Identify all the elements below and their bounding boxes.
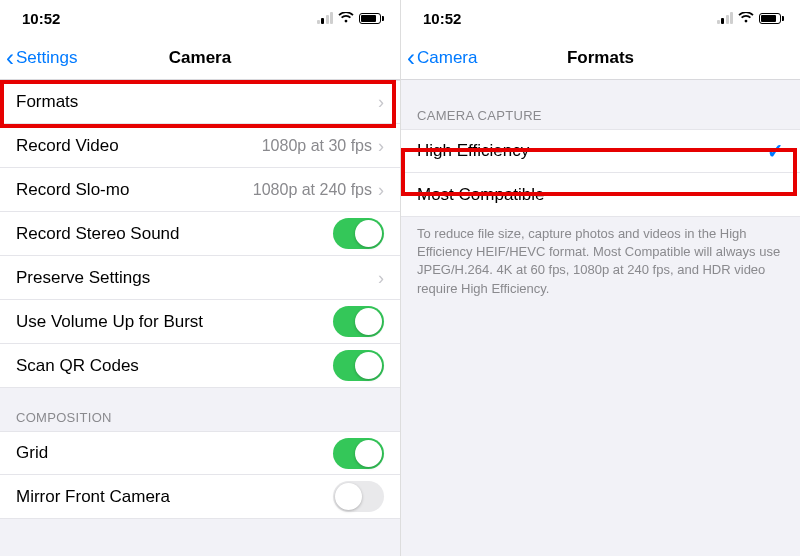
formats-screen: 10:52 ‹ Camera Formats Camera Captu bbox=[400, 0, 800, 556]
status-indicators bbox=[717, 12, 785, 24]
battery-icon bbox=[759, 13, 784, 24]
row-label: Preserve Settings bbox=[16, 268, 378, 288]
nav-bar: ‹ Settings Camera bbox=[0, 36, 400, 80]
wifi-icon bbox=[338, 12, 354, 24]
back-button[interactable]: ‹ Settings bbox=[0, 46, 77, 70]
row-label: Formats bbox=[16, 92, 378, 112]
row-label: Use Volume Up for Burst bbox=[16, 312, 333, 332]
wifi-icon bbox=[738, 12, 754, 24]
row-label: Grid bbox=[16, 443, 333, 463]
status-time: 10:52 bbox=[423, 10, 461, 27]
section-footer: To reduce file size, capture photos and … bbox=[401, 217, 800, 298]
composition-header: Composition bbox=[0, 388, 400, 431]
formats-list: Camera Capture High Efficiency ✓ Most Co… bbox=[401, 80, 800, 556]
grid-row[interactable]: Grid bbox=[0, 431, 400, 475]
stereo-sound-toggle[interactable] bbox=[333, 218, 384, 249]
volume-burst-toggle[interactable] bbox=[333, 306, 384, 337]
most-compatible-row[interactable]: Most Compatible bbox=[401, 173, 800, 217]
chevron-right-icon: › bbox=[378, 93, 384, 111]
back-button[interactable]: ‹ Camera bbox=[401, 46, 477, 70]
cellular-signal-icon bbox=[717, 12, 734, 24]
status-indicators bbox=[317, 12, 385, 24]
status-time: 10:52 bbox=[22, 10, 60, 27]
preserve-settings-row[interactable]: Preserve Settings › bbox=[0, 256, 400, 300]
row-label: Record Slo-mo bbox=[16, 180, 253, 200]
chevron-left-icon: ‹ bbox=[6, 46, 14, 70]
back-label: Settings bbox=[16, 48, 77, 68]
camera-settings-screen: 10:52 ‹ Settings Camera Fo bbox=[0, 0, 400, 556]
volume-burst-row[interactable]: Use Volume Up for Burst bbox=[0, 300, 400, 344]
formats-row[interactable]: Formats › bbox=[0, 80, 400, 124]
row-label: Most Compatible bbox=[417, 185, 784, 205]
row-label: Record Stereo Sound bbox=[16, 224, 333, 244]
mirror-front-toggle[interactable] bbox=[333, 481, 384, 512]
battery-icon bbox=[359, 13, 384, 24]
row-label: High Efficiency bbox=[417, 141, 767, 161]
chevron-right-icon: › bbox=[378, 137, 384, 155]
checkmark-icon: ✓ bbox=[767, 139, 784, 163]
chevron-right-icon: › bbox=[378, 269, 384, 287]
settings-list: Formats › Record Video 1080p at 30 fps ›… bbox=[0, 80, 400, 556]
record-slomo-row[interactable]: Record Slo-mo 1080p at 240 fps › bbox=[0, 168, 400, 212]
chevron-left-icon: ‹ bbox=[407, 46, 415, 70]
row-label: Scan QR Codes bbox=[16, 356, 333, 376]
status-bar: 10:52 bbox=[0, 0, 400, 36]
row-value: 1080p at 30 fps bbox=[262, 137, 372, 155]
record-video-row[interactable]: Record Video 1080p at 30 fps › bbox=[0, 124, 400, 168]
status-bar: 10:52 bbox=[401, 0, 800, 36]
chevron-right-icon: › bbox=[378, 181, 384, 199]
back-label: Camera bbox=[417, 48, 477, 68]
row-label: Mirror Front Camera bbox=[16, 487, 333, 507]
scan-qr-row[interactable]: Scan QR Codes bbox=[0, 344, 400, 388]
nav-bar: ‹ Camera Formats bbox=[401, 36, 800, 80]
cellular-signal-icon bbox=[317, 12, 334, 24]
high-efficiency-row[interactable]: High Efficiency ✓ bbox=[401, 129, 800, 173]
row-value: 1080p at 240 fps bbox=[253, 181, 372, 199]
grid-toggle[interactable] bbox=[333, 438, 384, 469]
scan-qr-toggle[interactable] bbox=[333, 350, 384, 381]
row-label: Record Video bbox=[16, 136, 262, 156]
camera-capture-header: Camera Capture bbox=[401, 80, 800, 129]
mirror-front-row[interactable]: Mirror Front Camera bbox=[0, 475, 400, 519]
stereo-sound-row[interactable]: Record Stereo Sound bbox=[0, 212, 400, 256]
